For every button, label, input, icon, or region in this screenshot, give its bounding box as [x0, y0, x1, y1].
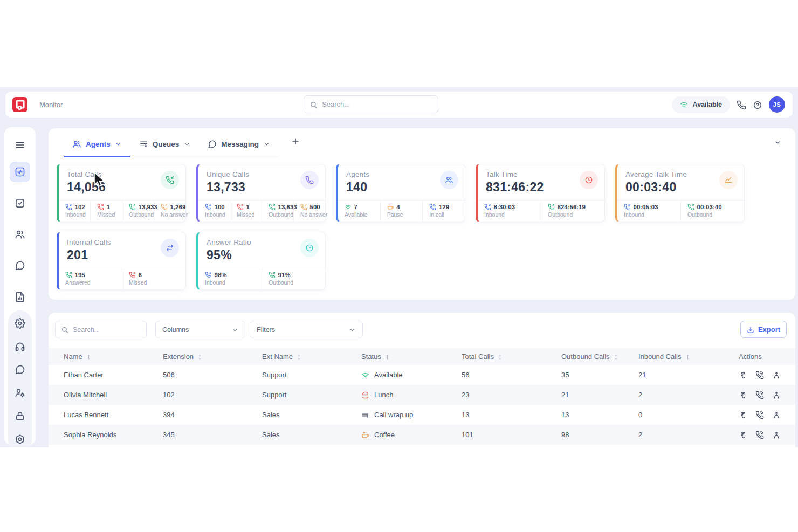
sub-value: 100 — [215, 204, 225, 210]
card-badge — [580, 171, 598, 189]
column-header-outbound-calls[interactable]: Outbound Calls — [561, 353, 638, 361]
cell-status: Call wrap up — [361, 410, 462, 419]
global-search[interactable] — [304, 95, 438, 113]
listen-button[interactable] — [739, 371, 747, 379]
table-row[interactable]: Lucas Bennett394SalesCall wrap up13130 — [49, 405, 795, 425]
sub-value: 8:30:03 — [494, 204, 515, 210]
table-row[interactable]: Sophia Reynolds345SalesCoffee101982 — [49, 425, 795, 445]
listen-button[interactable] — [739, 431, 747, 439]
avatar[interactable]: JS — [769, 96, 785, 113]
cell-ext-name: Sales — [262, 431, 361, 439]
column-header-ext-name[interactable]: Ext Name — [262, 353, 361, 361]
column-header-total-calls[interactable]: Total Calls — [462, 353, 561, 361]
card-stats: 98% Inbound 91% Outbound — [198, 268, 325, 289]
stat-sub-inbound: 8:30:03 Inbound — [478, 201, 541, 222]
export-button[interactable]: Export — [740, 321, 787, 338]
sort-icon — [685, 354, 691, 360]
lunch-icon — [361, 391, 369, 399]
tab-agents[interactable]: Agents — [64, 140, 130, 157]
barge-button[interactable] — [772, 411, 781, 419]
columns-dropdown[interactable]: Columns — [155, 321, 245, 338]
sidebar-item-activity[interactable] — [10, 162, 30, 182]
topbar-right: Available JS — [672, 92, 785, 118]
coffee-icon — [387, 204, 394, 211]
call-button[interactable] — [755, 411, 764, 419]
column-header-inbound-calls[interactable]: Inbound Calls — [638, 353, 739, 361]
sub-label: Inbound — [205, 211, 228, 218]
column-header-status[interactable]: Status — [361, 353, 462, 361]
column-header-name[interactable]: Name — [64, 353, 163, 361]
sidebar-tool-settings-hex[interactable] — [13, 433, 26, 446]
stat-sub-outbound: 91% Outbound — [262, 268, 325, 289]
global-search-input[interactable] — [322, 100, 432, 108]
sub-label: Inbound — [624, 211, 678, 218]
collapse-panel-button[interactable] — [774, 137, 782, 147]
sidebar-tool-user-settings[interactable] — [13, 386, 26, 399]
cell-extension: 394 — [163, 411, 262, 419]
sub-label: Missed — [129, 279, 183, 286]
sub-value: 1 — [246, 204, 250, 210]
cell-extension: 102 — [163, 391, 262, 399]
cell-ext-name: Support — [262, 391, 361, 399]
card-title: Answer Ratio — [207, 238, 251, 246]
call-button[interactable] — [755, 371, 764, 379]
table-search-input[interactable] — [73, 326, 141, 334]
phone-outbound-icon — [687, 204, 694, 211]
barge-button[interactable] — [772, 431, 781, 439]
stat-sub-missed: 6 Missed — [122, 268, 185, 289]
chevron-down-icon — [349, 326, 356, 333]
tab-queues[interactable]: Queues — [130, 140, 200, 157]
column-header-extension[interactable]: Extension — [163, 353, 262, 361]
chevron-down-icon — [115, 141, 122, 148]
sub-label: Outbound — [548, 211, 602, 218]
add-tab-button[interactable] — [291, 135, 300, 147]
call-icon — [755, 431, 764, 439]
agent-status-pill[interactable]: Available — [672, 96, 730, 113]
chevron-down-icon — [774, 137, 782, 146]
card-value: 13,733 — [207, 180, 245, 195]
phone-inbound-icon — [65, 204, 72, 211]
card-value: 00:03:40 — [625, 180, 676, 195]
phone-outbound-icon — [129, 204, 136, 211]
sidebar-tool-lock[interactable] — [13, 410, 26, 423]
listen-button[interactable] — [739, 411, 747, 419]
card-stats: 195 Answered 6 Missed — [59, 268, 185, 289]
call-button[interactable] — [755, 391, 764, 399]
sidebar-tool-headset[interactable] — [13, 340, 26, 353]
barge-button[interactable] — [772, 371, 781, 379]
chart-icon — [724, 176, 733, 184]
dialer-button[interactable] — [737, 99, 746, 110]
barge-button[interactable] — [772, 391, 781, 399]
sidebar-item-chat[interactable] — [10, 255, 30, 276]
agents-table: NameExtensionExt NameStatusTotal CallsOu… — [49, 348, 795, 445]
app-logo-icon[interactable] — [12, 97, 27, 112]
sidebar-item-report[interactable] — [10, 287, 30, 307]
call-button[interactable] — [755, 431, 764, 439]
help-button[interactable] — [753, 99, 762, 110]
users-icon — [15, 229, 25, 240]
table-row[interactable]: Olivia Mitchell102SupportLunch23212 — [49, 385, 795, 405]
filters-dropdown[interactable]: Filters — [250, 321, 363, 338]
sidebar-item-users[interactable] — [10, 224, 30, 245]
sidebar-tool-chat[interactable] — [13, 363, 26, 376]
sidebar-tool-gear[interactable] — [13, 317, 26, 330]
menu-icon[interactable] — [15, 138, 25, 150]
listen-icon — [739, 411, 747, 419]
column-header-actions: Actions — [739, 353, 795, 361]
table-search[interactable] — [55, 321, 147, 338]
card-title: Total Calls — [67, 170, 101, 178]
headset-icon — [15, 341, 25, 352]
table-row[interactable]: Ethan Carter506SupportAvailable563521 — [49, 365, 795, 385]
stat-sub-outbound: 824:56:19 Outbound — [541, 201, 604, 222]
phone-inbound-icon — [205, 204, 212, 211]
call-icon — [755, 411, 764, 419]
card-stats: 102 Inbound 1 Missed 13,933 Outbound 1,2… — [59, 200, 185, 222]
cell-actions — [739, 371, 795, 379]
card-stats: 7 Available 4 Pause 129 In call — [338, 200, 465, 222]
stat-sub-inbound: 102 Inbound — [59, 201, 90, 222]
tab-messaging[interactable]: Messaging — [199, 140, 279, 157]
listen-button[interactable] — [739, 391, 747, 399]
listen-icon — [739, 371, 747, 379]
cell-name: Sophia Reynolds — [64, 431, 163, 439]
sidebar-item-check-square[interactable] — [10, 193, 30, 213]
